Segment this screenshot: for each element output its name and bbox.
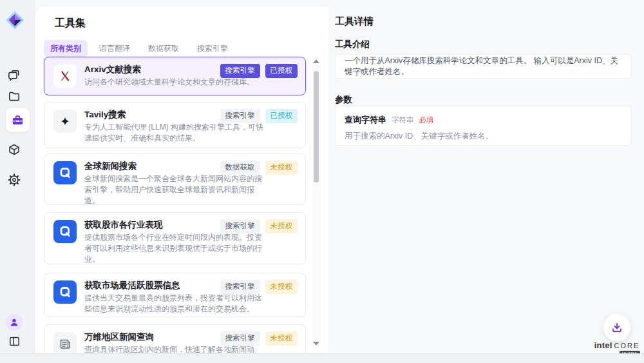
tab-all-categories[interactable]: 所有类别 [44, 40, 88, 57]
detail-title: 工具详情 [335, 15, 374, 28]
app-logo [5, 10, 24, 30]
category-tabs: 所有类别 语言翻译 数据获取 搜索引擎 [44, 40, 234, 57]
q-search-icon [53, 280, 77, 304]
category-badge: 搜索引擎 [220, 219, 260, 233]
auth-status-badge: 未授权 [265, 280, 298, 294]
auth-status-badge: 已授权 [265, 109, 298, 123]
tool-description: 全球新闻搜索是一个聚合全球各大新闻网站内容的搜索引擎，帮助用户快速获取全球最新资… [84, 173, 263, 205]
category-badge: 数据获取 [220, 161, 260, 175]
param-description: 用于搜索的Arxiv ID、关键字或作者姓名。 [345, 131, 621, 142]
tool-card-active-stocks[interactable]: 获取市场最活跃股票信息 提供当天交易量最高的股票列表，投资者可以利用这些信息来识… [44, 273, 306, 317]
tool-description: 专为人工智能代理 (LLM) 构建的搜索引擎工具，可快速提供实时、准确和真实的结… [84, 122, 263, 144]
auth-status-badge: 未授权 [265, 161, 298, 175]
scroll-up-arrow-icon[interactable] [313, 59, 319, 63]
category-badge: 搜索引擎 [220, 280, 260, 294]
q-search-icon [53, 220, 77, 243]
sidebar-item-chat[interactable] [7, 68, 21, 83]
tab-data-fetch[interactable]: 数据获取 [142, 40, 185, 57]
sidebar-item-files[interactable] [7, 89, 21, 103]
intel-wordmark: intel [594, 340, 612, 350]
category-badge: 搜索引擎 [220, 109, 260, 123]
page-title: 工具集 [55, 17, 86, 30]
chat-icon [8, 69, 21, 82]
param-type: 字符串 [392, 115, 414, 125]
tool-name: 万维地区新闻查询 [84, 331, 154, 343]
tools-panel: 工具集 所有类别 语言翻译 数据获取 搜索引擎 Arxiv文献搜索 访问各个研究… [35, 6, 328, 353]
tool-name: 获取股市各行业表现 [84, 219, 163, 231]
sidebar-item-tools-active[interactable] [6, 108, 30, 132]
intro-heading: 工具介绍 [335, 39, 370, 50]
auth-status-badge: 已授权 [265, 64, 298, 78]
category-badge: 搜索引擎 [220, 64, 260, 78]
cube-icon [8, 143, 21, 156]
arxiv-logo-icon [53, 64, 77, 88]
param-required-flag: 必填 [419, 115, 434, 125]
tool-card-arxiv[interactable]: Arxiv文献搜索 访问各个研究领域大量科学论文和文章的存储库。 搜索引擎 已授… [44, 57, 306, 95]
tool-card-regional-news[interactable]: 万维地区新闻查询 查询具体行政区划内的新闻，快速了解各地新闻动 搜索引擎 未授权 [44, 324, 306, 353]
download-button[interactable] [603, 314, 630, 341]
tool-name: Tavily搜索 [84, 109, 126, 121]
auth-status-badge: 未授权 [265, 331, 298, 346]
tool-name: Arxiv文献搜索 [84, 64, 141, 75]
category-badge: 搜索引擎 [220, 331, 260, 346]
gear-icon [8, 173, 21, 186]
tool-description: 查询具体行政区划内的新闻，快速了解各地新闻动 [84, 344, 263, 353]
folder-icon [8, 90, 21, 103]
panel-toggle-icon [8, 335, 21, 348]
tool-description: 提供股票市场各个行业在特定时间段内的表现。投资者可以利用这些信息来识别表现优于或… [84, 232, 263, 264]
tool-description: 访问各个研究领域大量科学论文和文章的存储库。 [84, 77, 263, 88]
param-card: 查询字符串 字符串 必填 用于搜索的Arxiv ID、关键字或作者姓名。 [335, 106, 631, 146]
tool-card-global-news[interactable]: 全球新闻搜索 全球新闻搜索是一个聚合全球各大新闻网站内容的搜索引擎，帮助用户快速… [44, 153, 306, 205]
tavily-star-icon: ✦ [53, 110, 77, 133]
sidebar [0, 0, 35, 363]
download-icon [611, 322, 623, 333]
newspaper-icon [53, 332, 77, 353]
intro-text: 一个用于从Arxiv存储库搜索科学论文和文章的工具。 输入可以是Arxiv ID… [345, 55, 621, 77]
user-icon [10, 318, 19, 327]
params-heading: 参数 [335, 94, 352, 106]
intro-card: 一个用于从Arxiv存储库搜索科学论文和文章的工具。 输入可以是Arxiv ID… [335, 54, 631, 79]
sidebar-item-packages[interactable] [7, 142, 21, 157]
sidebar-item-settings[interactable] [7, 173, 21, 187]
tool-name: 全球新闻搜索 [84, 161, 137, 172]
tool-detail-pane: 工具详情 工具介绍 一个用于从Arxiv存储库搜索科学论文和文章的工具。 输入可… [328, 0, 644, 353]
list-scrollbar[interactable] [312, 57, 320, 348]
sidebar-item-panel-toggle[interactable] [7, 334, 21, 348]
tab-translation[interactable]: 语言翻译 [93, 40, 137, 57]
q-search-icon [53, 161, 77, 184]
core-wordmark: core [614, 342, 639, 349]
scrollbar-thumb[interactable] [314, 71, 319, 182]
user-avatar[interactable] [6, 314, 23, 331]
bottom-strip [0, 353, 644, 363]
tool-card-sector-performance[interactable]: 获取股市各行业表现 提供股票市场各个行业在特定时间段内的表现。投资者可以利用这些… [44, 212, 306, 264]
auth-status-badge: 未授权 [265, 219, 298, 233]
tab-search-engine[interactable]: 搜索引擎 [191, 40, 234, 57]
app-window: 工具集 所有类别 语言翻译 数据获取 搜索引擎 Arxiv文献搜索 访问各个研究… [0, 0, 644, 363]
tool-name: 获取市场最活跃股票信息 [84, 280, 180, 291]
tool-description: 提供当天交易量最高的股票列表，投资者可以利用这些信息来识别流动性强的股票和潜在的… [84, 293, 263, 315]
param-name: 查询字符串 [345, 114, 386, 126]
tool-card-tavily[interactable]: ✦ Tavily搜索 专为人工智能代理 (LLM) 构建的搜索引擎工具，可快速提… [44, 102, 306, 148]
scroll-down-arrow-icon[interactable] [313, 342, 319, 346]
gem-logo-icon [5, 10, 24, 30]
toolbox-icon [11, 113, 24, 127]
